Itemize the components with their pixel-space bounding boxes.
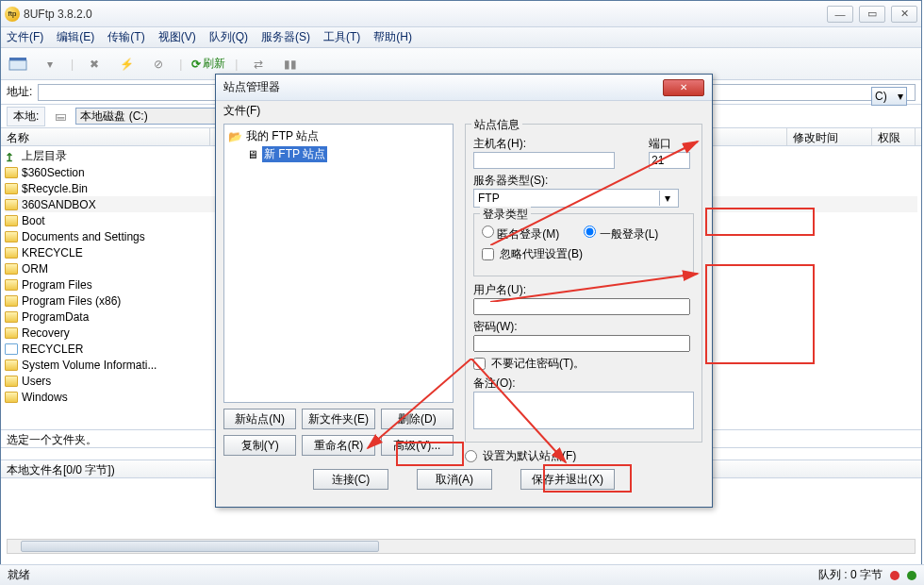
folder-icon — [5, 392, 18, 403]
status-ready: 就绪 — [8, 567, 30, 583]
tree-item-selected[interactable]: 新 FTP 站点 — [262, 146, 327, 162]
delete-button[interactable]: 删除(D) — [381, 409, 454, 429]
file-icon — [5, 343, 18, 355]
connect-button[interactable]: 连接(C) — [313, 469, 388, 490]
save-exit-button[interactable]: 保存并退出(X) — [520, 469, 615, 490]
folder-icon — [5, 263, 18, 275]
folder-icon — [5, 231, 18, 242]
dropdown-icon[interactable]: ▾ — [39, 53, 61, 75]
status-dot-green — [907, 571, 916, 580]
status-queue: 队列 : 0 字节 — [818, 567, 883, 583]
username-input[interactable] — [473, 298, 690, 315]
port-label: 端口 — [649, 136, 690, 152]
port-input[interactable] — [649, 152, 690, 169]
cancel-button[interactable]: 取消(A) — [417, 469, 492, 490]
folder-icon — [5, 167, 18, 178]
address-label: 地址: — [7, 84, 32, 100]
dialog-menu-file[interactable]: 文件(F) — [223, 104, 260, 117]
drive-icon: 🖴 — [49, 105, 72, 127]
new-folder-button[interactable]: 新文件夹(E) — [302, 409, 374, 429]
folder-icon — [5, 327, 18, 339]
app-icon: ftp — [5, 7, 20, 22]
up-icon: ↥ — [5, 151, 18, 162]
status-dot-red — [890, 571, 899, 580]
login-type-group: 登录类型 匿名登录(M) 一般登录(L) 忽略代理设置(B) — [473, 213, 694, 276]
menu-transfer[interactable]: 传输(T) — [107, 29, 144, 45]
anon-radio[interactable]: 匿名登录(M) — [482, 226, 559, 242]
site-info-group: 站点信息 主机名(H): 端口 服务器类型(S): FTP▾ 登录类型 — [465, 124, 702, 443]
minimize-button[interactable]: — — [827, 6, 853, 23]
close-button[interactable]: ✕ — [891, 6, 917, 23]
folder-icon — [5, 311, 18, 323]
folder-icon — [5, 215, 18, 226]
chevron-down-icon: ▾ — [659, 191, 674, 206]
folder-icon — [5, 247, 18, 259]
server-type-select[interactable]: FTP▾ — [473, 189, 679, 208]
menu-view[interactable]: 视图(V) — [158, 29, 196, 45]
menu-edit[interactable]: 编辑(E) — [57, 29, 94, 45]
window-title: 8UFtp 3.8.2.0 — [24, 8, 827, 21]
main-titlebar: ftp 8UFtp 3.8.2.0 — ▭ ✕ — [1, 1, 921, 27]
group-label: 登录类型 — [480, 207, 531, 223]
group-label: 站点信息 — [471, 117, 522, 133]
folder-icon — [5, 376, 18, 387]
copy-button[interactable]: 复制(Y) — [223, 435, 296, 456]
user-label: 用户名(U): — [473, 282, 694, 298]
pass-label: 密码(W): — [473, 319, 694, 335]
normal-radio[interactable]: 一般登录(L) — [584, 226, 658, 242]
rename-button[interactable]: 重命名(R) — [302, 435, 374, 456]
folder-icon — [5, 359, 18, 371]
remote-drive-combo[interactable]: C)▾ — [871, 87, 907, 106]
pause-icon[interactable]: ▮▮ — [279, 53, 302, 75]
col-perm[interactable]: 权限 — [872, 128, 916, 145]
site-manager-dialog: 站点管理器 ✕ 文件(F) 📂我的 FTP 站点 🖥新 FTP 站点 新站点(N… — [215, 74, 713, 508]
site-tree[interactable]: 📂我的 FTP 站点 🖥新 FTP 站点 — [223, 124, 454, 403]
new-site-button[interactable]: 新站点(N) — [223, 409, 296, 429]
computer-icon: 🖥 — [247, 148, 258, 161]
no-remember-check[interactable]: 不要记住密码(T)。 — [473, 356, 694, 372]
cancel-icon[interactable]: ⊘ — [147, 53, 170, 75]
notes-input[interactable] — [473, 392, 694, 429]
host-input[interactable] — [473, 152, 615, 169]
menu-help[interactable]: 帮助(H) — [373, 29, 412, 45]
site-manager-icon[interactable] — [7, 53, 29, 75]
menu-tools[interactable]: 工具(T) — [323, 29, 360, 45]
col-mtime[interactable]: 修改时间 — [787, 128, 872, 145]
svg-rect-1 — [9, 58, 26, 60]
dialog-close-button[interactable]: ✕ — [663, 79, 704, 96]
status-bar: 就绪 队列 : 0 字节 — [0, 564, 924, 585]
folder-icon — [5, 199, 18, 210]
folder-icon — [5, 279, 18, 291]
maximize-button[interactable]: ▭ — [859, 6, 885, 23]
notes-label: 备注(O): — [473, 376, 694, 392]
host-label: 主机名(H): — [473, 136, 615, 152]
h-scrollbar[interactable] — [7, 539, 916, 554]
folder-open-icon: 📂 — [228, 130, 242, 143]
menu-server[interactable]: 服务器(S) — [261, 29, 310, 45]
svg-rect-0 — [9, 60, 26, 70]
quickconnect-icon[interactable]: ⚡ — [115, 53, 138, 75]
ignore-proxy-check[interactable]: 忽略代理设置(B) — [482, 246, 685, 262]
menu-queue[interactable]: 队列(Q) — [209, 29, 248, 45]
dialog-title: 站点管理器 — [223, 79, 280, 95]
disconnect-icon[interactable]: ✖ — [83, 53, 106, 75]
menu-file[interactable]: 文件(F) — [7, 29, 43, 45]
local-label: 本地: — [7, 107, 45, 126]
server-type-label: 服务器类型(S): — [473, 173, 694, 189]
default-site-radio[interactable]: 设置为默认站点(F) — [465, 448, 702, 464]
password-input[interactable] — [473, 335, 690, 352]
folder-icon — [5, 295, 18, 307]
refresh-button[interactable]: ⟳刷新 — [191, 56, 225, 72]
toggle-icon[interactable]: ⇄ — [247, 53, 270, 75]
col-name[interactable]: 名称 — [1, 128, 210, 145]
main-menubar: 文件(F) 编辑(E) 传输(T) 视图(V) 队列(Q) 服务器(S) 工具(… — [1, 27, 921, 48]
folder-icon — [5, 183, 18, 194]
advanced-button[interactable]: 高级(V)... — [381, 435, 454, 456]
